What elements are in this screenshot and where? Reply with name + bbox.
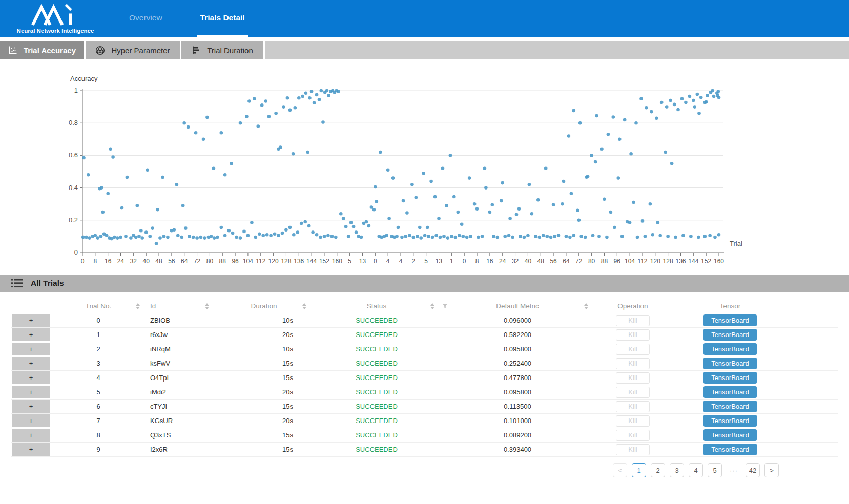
scatter-point[interactable] — [623, 118, 627, 122]
scatter-point[interactable] — [439, 236, 442, 239]
scatter-point[interactable] — [600, 148, 604, 151]
scatter-point[interactable] — [352, 225, 356, 228]
scatter-point[interactable] — [404, 235, 408, 238]
scatter-point[interactable] — [387, 217, 391, 220]
scatter-point[interactable] — [454, 236, 458, 239]
scatter-point[interactable] — [216, 236, 219, 239]
scatter-point[interactable] — [180, 236, 184, 239]
accuracy-scatter-plot[interactable]: 00.20.40.60.8108162432404856647280889610… — [0, 59, 849, 275]
tensorboard-button[interactable]: TensorBoard — [703, 314, 757, 326]
scatter-point[interactable] — [523, 236, 526, 239]
expand-row-button[interactable]: + — [11, 385, 51, 399]
scatter-point[interactable] — [526, 234, 530, 238]
scatter-point[interactable] — [129, 236, 133, 240]
scatter-point[interactable] — [355, 230, 358, 234]
expand-row-button[interactable]: + — [11, 428, 51, 442]
kill-button[interactable]: Kill — [616, 315, 650, 326]
expand-row-button[interactable]: + — [11, 356, 51, 370]
scatter-point[interactable] — [315, 93, 319, 97]
scatter-point[interactable] — [274, 112, 278, 115]
scatter-point[interactable] — [570, 192, 573, 195]
scatter-point[interactable] — [223, 234, 227, 238]
scatter-point[interactable] — [708, 234, 712, 238]
scatter-point[interactable] — [449, 154, 452, 157]
scatter-point[interactable] — [307, 224, 311, 228]
scatter-point[interactable] — [703, 235, 707, 238]
scatter-point[interactable] — [562, 180, 566, 183]
scatter-point[interactable] — [213, 236, 216, 240]
scatter-point[interactable] — [674, 236, 677, 239]
scatter-point[interactable] — [481, 235, 484, 238]
scatter-point[interactable] — [645, 106, 648, 110]
scatter-point[interactable] — [242, 230, 246, 234]
sort-icon[interactable] — [584, 303, 588, 309]
scatter-point[interactable] — [445, 204, 448, 207]
scatter-point[interactable] — [161, 176, 164, 179]
scatter-point[interactable] — [605, 236, 609, 239]
scatter-point[interactable] — [408, 234, 411, 238]
scatter-point[interactable] — [465, 236, 469, 239]
scatter-point[interactable] — [144, 230, 148, 234]
scatter-point[interactable] — [367, 224, 371, 228]
scatter-point[interactable] — [656, 221, 660, 224]
scatter-point[interactable] — [468, 176, 471, 180]
nav-tab-overview[interactable]: Overview — [126, 0, 165, 37]
expand-row-button[interactable]: + — [11, 443, 51, 456]
tab-hyper-parameter[interactable]: Hyper Parameter — [86, 41, 180, 59]
tensorboard-button[interactable]: TensorBoard — [703, 358, 757, 369]
scatter-point[interactable] — [199, 236, 203, 239]
scatter-point[interactable] — [395, 235, 399, 238]
scatter-point[interactable] — [577, 219, 581, 222]
scatter-point[interactable] — [629, 152, 633, 156]
scatter-point[interactable] — [681, 234, 685, 238]
scatter-point[interactable] — [261, 234, 265, 238]
scatter-point[interactable] — [496, 236, 500, 239]
scatter-point[interactable] — [120, 206, 124, 210]
scatter-point[interactable] — [203, 236, 206, 240]
scatter-point[interactable] — [253, 97, 256, 101]
scatter-point[interactable] — [347, 235, 350, 238]
scatter-point[interactable] — [85, 236, 88, 239]
scatter-point[interactable] — [288, 109, 292, 112]
scatter-point[interactable] — [716, 94, 719, 97]
scatter-point[interactable] — [669, 99, 672, 102]
pagination-next-button[interactable]: > — [764, 463, 779, 477]
scatter-point[interactable] — [319, 236, 322, 239]
tensorboard-button[interactable]: TensorBoard — [703, 386, 757, 398]
scatter-point[interactable] — [184, 226, 188, 230]
scatter-point[interactable] — [82, 156, 86, 160]
kill-button[interactable]: Kill — [616, 387, 650, 398]
scatter-point[interactable] — [538, 236, 542, 239]
scatter-point[interactable] — [300, 222, 303, 225]
scatter-point[interactable] — [552, 203, 555, 207]
scatter-point[interactable] — [344, 225, 348, 228]
scatter-point[interactable] — [245, 115, 249, 118]
scatter-point[interactable] — [492, 235, 495, 238]
scatter-point[interactable] — [297, 96, 301, 100]
scatter-point[interactable] — [327, 94, 330, 97]
tensorboard-button[interactable]: TensorBoard — [703, 329, 757, 341]
scatter-point[interactable] — [415, 196, 418, 199]
scatter-point[interactable] — [717, 233, 721, 237]
scatter-point[interactable] — [712, 95, 716, 98]
tensorboard-button[interactable]: TensorBoard — [703, 429, 757, 441]
scatter-point[interactable] — [688, 95, 692, 98]
scatter-point[interactable] — [717, 90, 720, 93]
scatter-point[interactable] — [310, 90, 314, 93]
scatter-point[interactable] — [639, 97, 643, 101]
scatter-point[interactable] — [326, 234, 330, 238]
scatter-point[interactable] — [632, 201, 635, 204]
tensorboard-button[interactable]: TensorBoard — [703, 444, 757, 455]
scatter-point[interactable] — [277, 234, 280, 238]
scatter-point[interactable] — [105, 234, 109, 238]
scatter-point[interactable] — [545, 235, 549, 238]
scatter-point[interactable] — [313, 101, 316, 104]
scatter-point[interactable] — [194, 131, 198, 135]
scatter-point[interactable] — [151, 226, 154, 230]
scatter-point[interactable] — [223, 173, 227, 177]
scatter-point[interactable] — [597, 235, 601, 238]
scatter-point[interactable] — [434, 234, 438, 238]
scatter-point[interactable] — [609, 211, 613, 214]
scatter-point[interactable] — [337, 90, 340, 93]
scatter-point[interactable] — [452, 195, 456, 199]
